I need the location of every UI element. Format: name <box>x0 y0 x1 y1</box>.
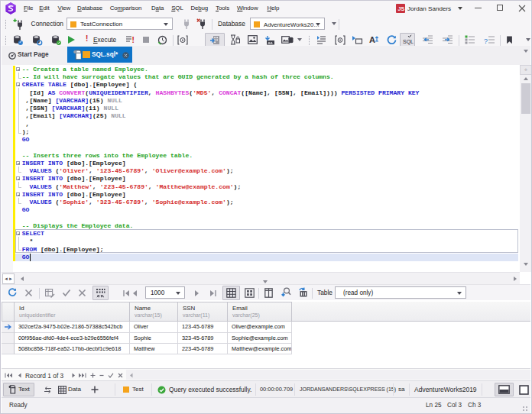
svg-text:?: ? <box>484 37 488 45</box>
svg-text:A: A <box>369 35 375 44</box>
svg-text:!: ! <box>131 36 134 44</box>
svg-text:SQL: SQL <box>403 39 414 45</box>
